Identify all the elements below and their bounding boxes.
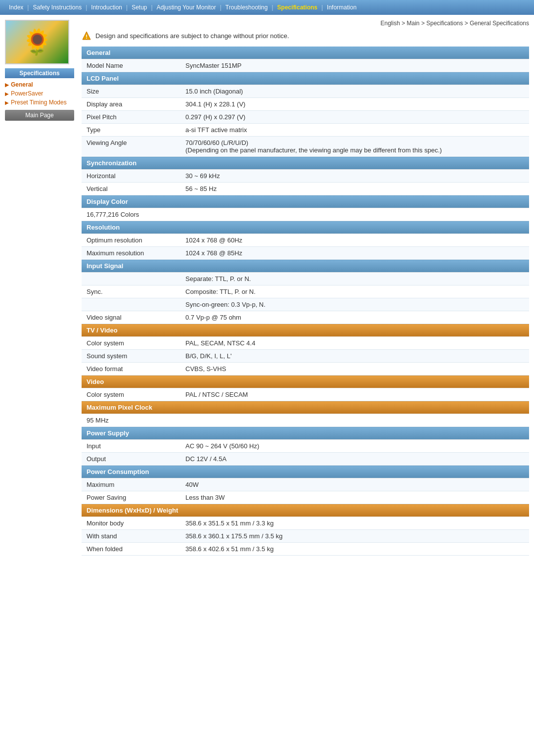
label-when-folded: When folded [82,543,180,556]
main-page-button[interactable]: Main Page [5,110,74,121]
row-horizontal: Horizontal 30 ~ 69 kHz [82,170,529,183]
value-optimum-res: 1024 x 768 @ 60Hz [180,234,529,247]
section-dimensions-header: Dimensions (WxHxD) / Weight [87,507,178,514]
row-video-signal: Video signal 0.7 Vp-p @ 75 ohm [82,311,529,324]
section-input-signal-header: Input Signal [87,262,123,270]
content-area: English > Main > Specifications > Genera… [82,20,529,556]
sidebar-link-preset-label: Preset Timing Modes [11,99,67,106]
sidebar-link-preset[interactable]: ▶ Preset Timing Modes [5,99,74,106]
row-viewing-angle: Viewing Angle 70/70/60/60 (L/R/U/D)(Depe… [82,137,529,157]
section-power-consumption: Power Consumption [82,466,529,478]
label-viewing-angle: Viewing Angle [82,137,180,157]
row-power-saving: Power Saving Less than 3W [82,491,529,504]
section-lcd: LCD Panel [82,72,529,85]
value-size: 15.0 inch (Diagonal) [180,85,529,98]
row-colors: 16,777,216 Colors [82,208,529,221]
section-power-supply-header: Power Supply [87,429,129,437]
section-power-consumption-header: Power Consumption [87,468,149,475]
arrow-icon-general: ▶ [5,82,9,88]
value-pixel-clock: 95 MHz [82,414,529,427]
nav-specifications[interactable]: Specifications [273,3,321,12]
value-monitor-body: 358.6 x 351.5 x 51 mm / 3.3 kg [180,517,529,530]
section-display-color-header: Display Color [87,198,128,205]
value-sync-composite: Composite: TTL, P. or N. [180,285,529,298]
section-video: Video [82,376,529,388]
row-size: Size 15.0 inch (Diagonal) [82,85,529,98]
label-power-saving: Power Saving [82,491,180,504]
nav-setup[interactable]: Setup [128,3,151,12]
nav-index[interactable]: Index [5,3,27,12]
value-color-system-video: PAL / NTSC / SECAM [180,388,529,401]
sidebar-link-powersaver[interactable]: ▶ PowerSaver [5,90,74,97]
row-vertical: Vertical 56 ~ 85 Hz [82,183,529,195]
nav-safety[interactable]: Safety Instructions [29,3,86,12]
value-type: a-si TFT active matrix [180,124,529,137]
label-pixel-pitch: Pixel Pitch [82,111,180,124]
sidebar-link-general-label: General [11,81,33,88]
value-power-saving: Less than 3W [180,491,529,504]
label-color-system-video: Color system [82,388,180,401]
label-sound-system: Sound system [82,350,180,363]
row-output-power: Output DC 12V / 4.5A [82,453,529,466]
label-output-power: Output [82,453,180,466]
section-sync-header: Synchronization [87,159,136,167]
row-sync-on-green: Sync-on-green: 0.3 Vp-p, N. [82,298,529,311]
row-with-stand: With stand 358.6 x 360.1 x 175.5 mm / 3.… [82,530,529,543]
row-when-folded: When folded 358.6 x 402.6 x 51 mm / 3.5 … [82,543,529,556]
section-display-color: Display Color [82,195,529,208]
row-max-res: Maximum resolution 1024 x 768 @ 85Hz [82,247,529,260]
nav-information[interactable]: Information [323,3,360,12]
nav-intro[interactable]: Introduction [87,3,126,12]
section-lcd-header: LCD Panel [87,75,119,82]
value-color-system-tv: PAL, SECAM, NTSC 4.4 [180,337,529,350]
value-max-res: 1024 x 768 @ 85Hz [180,247,529,260]
row-pixel-pitch: Pixel Pitch 0.297 (H) x 0.297 (V) [82,111,529,124]
label-vertical: Vertical [82,183,180,195]
nav-troubleshooting[interactable]: Troubleshooting [222,3,272,12]
value-display-area: 304.1 (H) x 228.1 (V) [180,98,529,111]
row-type: Type a-si TFT active matrix [82,124,529,137]
row-sync-composite: Sync. Composite: TTL, P. or N. [82,285,529,298]
label-with-stand: With stand [82,530,180,543]
section-resolution-header: Resolution [87,224,120,231]
row-video-format: Video format CVBS, S-VHS [82,363,529,376]
row-display-area: Display area 304.1 (H) x 228.1 (V) [82,98,529,111]
arrow-icon-powersaver: ▶ [5,91,9,96]
label-horizontal: Horizontal [82,170,180,183]
label-max-res: Maximum resolution [82,247,180,260]
sidebar-label: Specifications [5,68,74,78]
section-dimensions: Dimensions (WxHxD) / Weight [82,504,529,517]
value-when-folded: 358.6 x 402.6 x 51 mm / 3.5 kg [180,543,529,556]
sidebar-image: 🌻 [5,20,69,64]
label-video-format: Video format [82,363,180,376]
value-output-power: DC 12V / 4.5A [180,453,529,466]
value-model-name: SyncMaster 151MP [180,59,529,72]
value-colors: 16,777,216 Colors [82,208,529,221]
row-color-system-tv: Color system PAL, SECAM, NTSC 4.4 [82,337,529,350]
label-sync-on-green [82,298,180,311]
value-max-consumption: 40W [180,478,529,491]
row-color-system-video: Color system PAL / NTSC / SECAM [82,388,529,401]
top-navigation: Index | Safety Instructions | Introducti… [0,0,534,15]
section-general: General [82,47,529,59]
row-monitor-body: Monitor body 358.6 x 351.5 x 51 mm / 3.3… [82,517,529,530]
row-model-name: Model Name SyncMaster 151MP [82,59,529,72]
label-size: Size [82,85,180,98]
sidebar-link-general[interactable]: ▶ General [5,81,74,88]
nav-adjusting[interactable]: Adjusting Your Monitor [153,3,220,12]
section-tv-video-header: TV / Video [87,327,118,334]
section-tv-video: TV / Video [82,324,529,337]
value-video-signal: 0.7 Vp-p @ 75 ohm [180,311,529,324]
section-pixel-clock-header: Maximum Pixel Clock [87,404,152,411]
value-input-power: AC 90 ~ 264 V (50/60 Hz) [180,440,529,453]
label-sync-separate [82,273,180,285]
section-pixel-clock: Maximum Pixel Clock [82,401,529,414]
label-type: Type [82,124,180,137]
value-vertical: 56 ~ 85 Hz [180,183,529,195]
arrow-icon-preset: ▶ [5,100,9,105]
label-sync: Sync. [82,285,180,298]
row-sound-system: Sound system B/G, D/K, I, L, L' [82,350,529,363]
label-optimum-res: Optimum resolution [82,234,180,247]
label-max-consumption: Maximum [82,478,180,491]
svg-text:!: ! [86,34,88,40]
